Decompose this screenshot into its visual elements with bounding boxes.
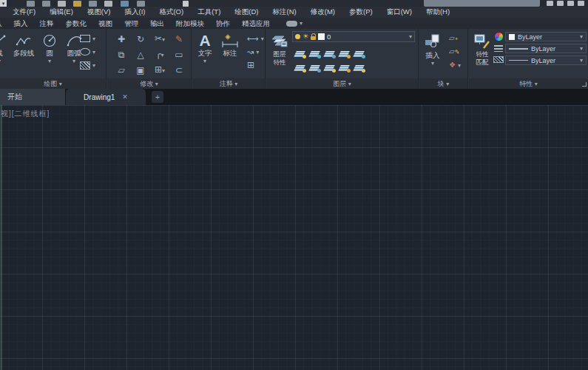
tab-view[interactable]: 视图 [92, 18, 118, 29]
offset-button[interactable]: ⊂ [175, 65, 183, 75]
tab-home[interactable]: 认 [0, 18, 8, 29]
menu-edit[interactable]: 编辑(E) [50, 7, 73, 17]
menu-parametric[interactable]: 参数(P) [349, 7, 373, 17]
plot-icon[interactable] [89, 1, 97, 7]
fillet-button[interactable]: ╭▾ [155, 49, 163, 61]
layer-freeze-button[interactable] [324, 50, 335, 58]
saveas-icon[interactable] [73, 1, 81, 7]
erase-button[interactable]: ✎ [175, 34, 183, 44]
panel-block-footer[interactable]: 块 ▾ [419, 78, 467, 89]
mirror-button[interactable]: △ [137, 50, 143, 60]
drawing1-tab[interactable]: Drawing1 ✕ [66, 89, 146, 105]
copy-button[interactable]: ⧉ [118, 50, 125, 60]
rectangle-button[interactable]: ▾ [80, 32, 95, 45]
menu-draw[interactable]: 绘图(D) [234, 7, 258, 17]
save-icon[interactable] [58, 1, 66, 7]
stretch-button[interactable]: ▱ [118, 65, 124, 75]
ribbon-display-toggle[interactable]: ▾ [286, 20, 303, 27]
explode-button[interactable]: ▭ [175, 50, 183, 60]
panel-properties-footer[interactable]: 特性 ▾ [469, 78, 588, 89]
match-properties-button[interactable]: 特性 匹配 [470, 30, 494, 66]
help-icon[interactable] [567, 1, 574, 6]
title-bar: ▾ [0, 0, 588, 7]
tab-featured-apps[interactable]: 精选应用 [236, 18, 276, 29]
panel-modify-footer[interactable]: 修改 ▾ [107, 78, 191, 89]
tab-output[interactable]: 输出 [144, 18, 170, 29]
line-button[interactable]: 线 ▾ [0, 29, 9, 64]
insert-block-button[interactable]: 插入 ▾ [421, 30, 445, 67]
panel-annotate-footer[interactable]: 注释 ▾ [192, 78, 265, 89]
drawing-canvas[interactable]: 视][二维线框] 搜狐号@测绘 AI 树叶云 [0, 105, 588, 370]
chevron-down-icon: ▾ [409, 33, 412, 40]
ellipse-button[interactable]: ▾ [80, 45, 95, 58]
search-icon[interactable] [547, 1, 553, 6]
menu-help[interactable]: 帮助(H) [426, 7, 450, 17]
trim-button[interactable]: ✂▾ [155, 33, 165, 45]
menu-format[interactable]: 格式(O) [159, 7, 183, 17]
menu-tools[interactable]: 工具(T) [197, 7, 220, 17]
tab-addins[interactable]: 附加模块 [170, 18, 210, 29]
undo-icon[interactable] [104, 1, 112, 7]
rotate-button[interactable]: ↻ [137, 34, 144, 44]
start-tab[interactable]: 开始 [0, 89, 66, 105]
layer-off-button[interactable] [294, 50, 305, 58]
redo-icon[interactable] [121, 1, 129, 7]
new-icon[interactable] [27, 1, 35, 7]
move-button[interactable]: ✚ [118, 34, 125, 44]
close-icon[interactable]: ✕ [122, 93, 128, 101]
workspace-icon[interactable] [137, 1, 145, 7]
layer-isolate-button[interactable] [309, 50, 320, 58]
block-attributes-button[interactable]: ❖▾ [449, 58, 461, 72]
tab-collaborate[interactable]: 协作 [210, 18, 236, 29]
menu-modify[interactable]: 修改(M) [311, 7, 335, 17]
viewport-controls[interactable]: 视][二维线框] [1, 109, 50, 119]
dimension-button[interactable]: 标注 [216, 29, 244, 64]
layer-walk-button[interactable] [354, 64, 365, 72]
linetype-dropdown[interactable]: ByLayer ▾ [505, 56, 587, 65]
hatch-button[interactable]: ▾ [80, 58, 95, 72]
account-icon[interactable] [557, 1, 564, 6]
layer-match-button[interactable] [309, 64, 320, 72]
polyline-button[interactable]: 多段线 [9, 29, 38, 64]
menu-dimension[interactable]: 标注(N) [273, 7, 297, 17]
tab-parametric[interactable]: 参数化 [60, 18, 93, 29]
menu-view[interactable]: 视图(V) [87, 7, 111, 17]
layer-thaw-all-button[interactable] [324, 64, 335, 72]
tab-insert[interactable]: 插入 [8, 18, 34, 29]
circle-button[interactable]: 圆 ▾ [38, 29, 61, 64]
text-button[interactable]: A 文字 ▾ [194, 29, 216, 64]
layer-states-button[interactable] [354, 50, 365, 58]
edit-block-button[interactable]: ▱✎ [449, 45, 461, 58]
layer-unlock-button[interactable] [339, 64, 350, 72]
scale-button[interactable]: ▣ [136, 65, 144, 75]
app-menu-button[interactable]: ▾ [0, 0, 7, 7]
layer-lock-button[interactable] [339, 50, 350, 58]
layer-dropdown[interactable]: ☀ 0 ▾ [292, 31, 415, 42]
tab-manage[interactable]: 管理 [118, 18, 144, 29]
search-input[interactable] [424, 0, 540, 7]
open-icon[interactable] [42, 1, 50, 7]
tab-annotate[interactable]: 注释 [34, 18, 60, 29]
layer-on-all-button[interactable] [294, 64, 305, 72]
menu-window[interactable]: 窗口(W) [387, 7, 412, 17]
color-wheel-icon[interactable] [495, 33, 503, 41]
array-button[interactable]: ⊞▾ [155, 64, 165, 76]
linear-dimension-button[interactable]: ⟷▾ [247, 32, 264, 45]
table-button[interactable]: ⊞ [247, 58, 264, 72]
color-dropdown[interactable]: ByLayer ▾ [505, 32, 587, 41]
hatch-icon [80, 61, 90, 70]
menu-insert[interactable]: 插入(I) [124, 7, 145, 17]
create-block-button[interactable]: ▱+ [449, 32, 461, 45]
linetype-list-icon[interactable] [493, 56, 504, 63]
menu-file[interactable]: 文件(F) [13, 7, 36, 17]
leader-button[interactable]: ↝▾ [247, 45, 264, 58]
layer-properties-button[interactable]: 图层 特性 [268, 30, 291, 66]
lineweight-list-icon[interactable] [494, 45, 503, 52]
panel-layers-footer[interactable]: 图层 ▾ [266, 78, 418, 89]
lineweight-value: ByLayer [531, 45, 577, 53]
panel-draw-footer[interactable]: 绘图 ▾ [0, 78, 106, 89]
new-drawing-button[interactable]: + [152, 91, 163, 103]
lineweight-dropdown[interactable]: ByLayer ▾ [505, 44, 587, 53]
dialog-launcher-icon[interactable] [582, 82, 587, 87]
minimize-icon[interactable] [578, 1, 584, 6]
